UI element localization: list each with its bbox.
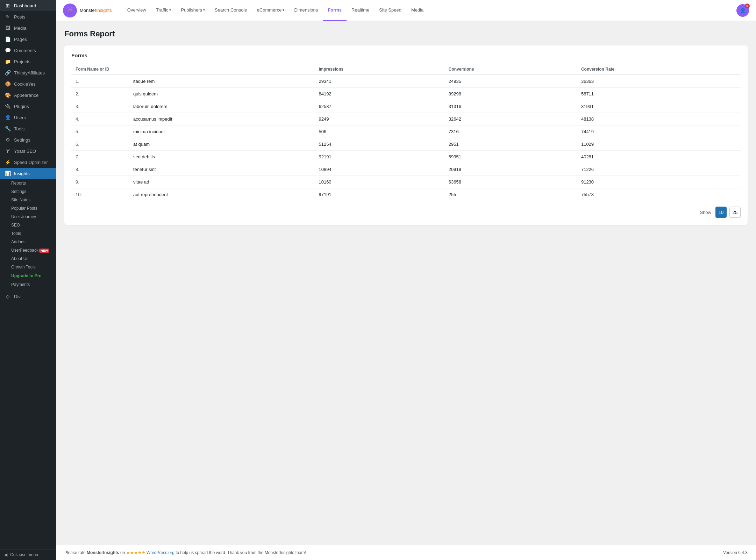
page-btn-25[interactable]: 25 (729, 207, 741, 218)
sidebar-item-comments[interactable]: 💬 Comments (0, 45, 56, 56)
forms-card: Forms Form Name or ID Impressions Conver… (64, 45, 748, 225)
pagination-row: Show 10 25 (71, 207, 741, 218)
tab-search-console[interactable]: Search Console (210, 0, 252, 21)
sidebar-sub-item-about-us[interactable]: About Us (0, 254, 56, 263)
table-row: 9. vitae ad 10160 63658 91230 (71, 176, 741, 188)
sidebar-item-pages[interactable]: 📄 Pages (0, 34, 56, 45)
sidebar-upgrade-button[interactable]: Upgrade to Pro (0, 271, 56, 280)
sidebar-item-yoast[interactable]: Y Yoast SEO (0, 145, 56, 157)
comments-icon: 💬 (4, 48, 11, 53)
sidebar-item-speed-optimizer[interactable]: ⚡ Speed Optimizer (0, 157, 56, 168)
page-btn-10[interactable]: 10 (715, 207, 727, 218)
tab-ecommerce[interactable]: eCommerce ▾ (252, 0, 290, 21)
row-rate: 58711 (577, 88, 741, 100)
table-row: 10. aut reprehenderit 97191 255 75578 (71, 188, 741, 201)
row-form-name: itaque rem (129, 75, 314, 88)
settings-icon: ⚙ (4, 137, 11, 143)
row-form-name: minima incidunt (129, 125, 314, 138)
forms-table: Form Name or ID Impressions Conversions … (71, 64, 741, 201)
row-num: 1. (71, 75, 129, 88)
row-conversions: 63658 (444, 176, 577, 188)
sidebar-sub-item-seo[interactable]: SEO (0, 221, 56, 229)
plugins-icon: 🔌 (4, 103, 11, 109)
row-conversions: 32642 (444, 113, 577, 125)
sidebar-sub-item-site-notes[interactable]: Site Notes (0, 196, 56, 204)
row-num: 6. (71, 138, 129, 151)
cookie-icon: 🍪 (4, 81, 11, 87)
row-form-name: vitae ad (129, 176, 314, 188)
avatar-badge: 0 (745, 3, 750, 8)
sidebar-item-plugins[interactable]: 🔌 Plugins (0, 101, 56, 112)
col-impressions: Impressions (314, 64, 444, 75)
avatar-icon: 👤 (740, 8, 746, 13)
sidebar-item-insights[interactable]: 📊 Insights (0, 168, 56, 179)
sidebar: ⊞ Dashboard ✎ Posts 🖼 Media 📄 Pages 💬 Co… (0, 0, 56, 560)
row-num: 5. (71, 125, 129, 138)
row-form-name: sed debitis (129, 151, 314, 163)
table-row: 2. quis quidem 84192 89298 58711 (71, 88, 741, 100)
row-form-name: aut reprehenderit (129, 188, 314, 201)
row-conversions: 2951 (444, 138, 577, 151)
collapse-menu-button[interactable]: ◀ Collapse menu (0, 549, 56, 560)
appearance-icon: 🎨 (4, 92, 11, 98)
row-rate: 48138 (577, 113, 741, 125)
table-row: 5. minima incidunt 506 7316 74419 (71, 125, 741, 138)
sidebar-item-settings[interactable]: ⚙ Settings (0, 134, 56, 145)
sidebar-sub-item-userfeedback[interactable]: UserFeedbackNEW (0, 246, 56, 254)
sidebar-sub-item-growth-tools[interactable]: Growth Tools (0, 263, 56, 271)
tab-publishers[interactable]: Publishers ▾ (176, 0, 210, 21)
avatar-button[interactable]: 👤 0 (736, 4, 749, 17)
row-impressions: 92191 (314, 151, 444, 163)
version-text: Version 6.4.3 (723, 550, 748, 555)
tools-icon: 🔧 (4, 126, 11, 131)
row-num: 10. (71, 188, 129, 201)
row-num: 9. (71, 176, 129, 188)
media-icon: 🖼 (4, 25, 11, 31)
tab-site-speed[interactable]: Site Speed (374, 0, 406, 21)
row-impressions: 10894 (314, 163, 444, 176)
sidebar-sub-item-user-journey[interactable]: User Journey (0, 213, 56, 221)
row-impressions: 97191 (314, 188, 444, 201)
table-row: 8. tenetur sint 10894 20919 71226 (71, 163, 741, 176)
sidebar-item-thirstyaffiliates[interactable]: 🔗 ThirstyAffiliates (0, 67, 56, 78)
tab-media[interactable]: Media (406, 0, 428, 21)
show-label: Show (700, 210, 711, 215)
row-impressions: 10160 (314, 176, 444, 188)
sidebar-sub-item-addons[interactable]: Addons (0, 238, 56, 246)
col-conversion-rate: Conversion Rate (577, 64, 741, 75)
row-form-name: laborum dolorem (129, 100, 314, 113)
sidebar-item-appearance[interactable]: 🎨 Appearance (0, 89, 56, 101)
speed-icon: ⚡ (4, 159, 11, 165)
sidebar-sub-item-reports[interactable]: Reports (0, 179, 56, 187)
tab-traffic[interactable]: Traffic ▾ (151, 0, 176, 21)
row-conversions: 255 (444, 188, 577, 201)
sidebar-item-posts[interactable]: ✎ Posts (0, 11, 56, 22)
row-num: 4. (71, 113, 129, 125)
traffic-chevron-icon: ▾ (169, 8, 171, 12)
footer-text: Please rate MonsterInsights on ★★★★★ Wor… (64, 550, 306, 555)
sidebar-item-media[interactable]: 🖼 Media (0, 22, 56, 34)
row-impressions: 62587 (314, 100, 444, 113)
sidebar-sub-item-payments[interactable]: Payments (0, 280, 56, 289)
logo[interactable]: 👾 MonsterInsights (63, 3, 112, 17)
tab-dimensions[interactable]: Dimensions (289, 0, 323, 21)
sidebar-item-dashboard[interactable]: ⊞ Dashboard (0, 0, 56, 11)
tab-forms[interactable]: Forms (323, 0, 347, 21)
row-conversions: 7316 (444, 125, 577, 138)
sidebar-item-divi[interactable]: ◇ Divi (0, 291, 56, 302)
row-impressions: 84192 (314, 88, 444, 100)
sidebar-item-projects[interactable]: 📁 Projects (0, 56, 56, 67)
row-rate: 74419 (577, 125, 741, 138)
wordpress-org-link[interactable]: WordPress.org (147, 550, 174, 555)
sidebar-item-users[interactable]: 👤 Users (0, 112, 56, 123)
sidebar-sub-item-settings[interactable]: Settings (0, 187, 56, 196)
sidebar-item-cookieyes[interactable]: 🍪 CookieYes (0, 78, 56, 89)
stars: ★★★★★ (126, 550, 145, 555)
sidebar-item-tools[interactable]: 🔧 Tools (0, 123, 56, 134)
row-rate: 36363 (577, 75, 741, 88)
sidebar-sub-item-popular-posts[interactable]: Popular Posts (0, 204, 56, 213)
tab-overview[interactable]: Overview (122, 0, 151, 21)
sidebar-sub-item-tools[interactable]: Tools (0, 229, 56, 238)
tab-realtime[interactable]: Realtime (347, 0, 374, 21)
row-impressions: 51254 (314, 138, 444, 151)
